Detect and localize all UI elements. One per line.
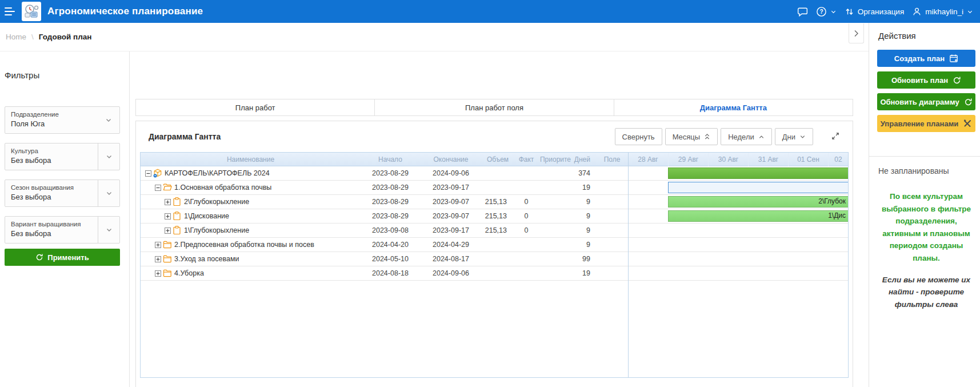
expand-node-icon[interactable] <box>155 270 161 277</box>
expand-node-icon[interactable] <box>155 242 161 248</box>
breadcrumb: Home \ Годовой план <box>0 23 869 51</box>
table-row[interactable]: 1\Глубокорыхление2023-09-082023-09-17215… <box>141 224 848 238</box>
date-header-area: 28 Авг29 Авг30 Авг31 Авг01 Сен02 <box>628 153 848 166</box>
chevron-down-icon <box>98 143 119 170</box>
menu-icon[interactable] <box>5 7 16 15</box>
filter-text: Сезон выращиванияБез выбора <box>5 180 98 206</box>
gantt-bar-cell: 1\Дис <box>628 209 848 223</box>
organization-label: Организация <box>858 7 904 16</box>
filters-title: Фильтры <box>5 70 129 80</box>
chevron-down-icon <box>98 217 119 243</box>
grid-header-row: НаименованиеНачалоОкончаниеОбъемФактПрио… <box>141 153 848 166</box>
filters-sidebar: Фильтры ПодразделениеПоля ЮгаКультураБез… <box>0 51 130 387</box>
grid-date-separator <box>628 153 629 377</box>
tab-work-plan[interactable]: План работ <box>136 99 374 115</box>
fact-cell: 0 <box>514 198 539 206</box>
task-name-cell: 1\Дискование <box>141 212 361 221</box>
collapse-all-label: Свернуть <box>622 133 655 141</box>
fact-cell: 0 <box>514 226 539 234</box>
filter-text: КультураБез выбора <box>5 143 98 170</box>
user-menu[interactable]: mikhaylin_i <box>912 7 973 17</box>
folder-open-icon <box>163 183 172 192</box>
gantt-bar-cell <box>628 238 848 252</box>
table-row[interactable]: 1.Основная обработка почвы2023-08-292023… <box>141 181 848 195</box>
filter-season[interactable]: Сезон выращиванияБез выбора <box>5 179 120 207</box>
volume-cell: 215,13 <box>482 212 514 220</box>
user-icon <box>912 7 922 17</box>
expand-node-icon[interactable] <box>165 199 171 205</box>
end-date-cell: 2023-09-17 <box>420 183 482 191</box>
help-menu[interactable]: ? <box>816 6 837 17</box>
table-row[interactable]: 1\Дискование2023-08-292023-09-07215,1309… <box>141 209 848 224</box>
tab-gantt-chart[interactable]: Диаграмма Гантта <box>614 99 853 115</box>
action-button-label: Обновить план <box>891 76 948 85</box>
top-bar: Агрономическое планирование ? Организаци… <box>0 0 980 23</box>
calendar-plus-icon <box>949 54 958 63</box>
column-header: Окончание <box>420 155 482 163</box>
create-plan-button[interactable]: Создать план <box>877 50 975 67</box>
gantt-bar[interactable] <box>668 182 849 193</box>
chevron-down-icon <box>799 134 806 139</box>
date-column-header: 02 <box>828 153 848 166</box>
start-date-cell: 2023-09-08 <box>361 226 420 234</box>
task-name-label: 1\Глубокорыхление <box>184 226 249 234</box>
tab-field-work-plan[interactable]: План работ поля <box>374 99 613 115</box>
fullscreen-button[interactable] <box>830 130 841 143</box>
manage-plans-button[interactable]: Управление планами <box>877 115 975 132</box>
zoom-weeks-button[interactable]: Недели <box>721 128 772 145</box>
end-date-cell: 2023-09-07 <box>420 198 482 206</box>
gantt-bar[interactable]: 1\Дис <box>668 210 849 222</box>
expand-node-icon[interactable] <box>165 213 171 220</box>
collapse-all-button[interactable]: Свернуть <box>615 128 662 145</box>
table-row[interactable]: 4.Уборка2024-08-182024-09-0619 <box>141 266 848 281</box>
table-row[interactable]: 2.Предпосевная обработка почвы и посев20… <box>141 238 848 252</box>
zoom-months-button[interactable]: Месяцы <box>665 128 718 145</box>
collapse-panel-button[interactable] <box>849 23 864 43</box>
filter-division[interactable]: ПодразделениеПоля Юга <box>5 106 120 134</box>
main-area: Home \ Годовой план Фильтры Подразделени… <box>0 23 869 387</box>
collapse-node-icon[interactable] <box>155 185 161 191</box>
task-name-cell: 3.Уход за посевами <box>141 254 361 264</box>
filter-culture[interactable]: КультураБез выбора <box>5 143 120 170</box>
help-icon: ? <box>816 6 827 17</box>
gantt-bar[interactable]: 2\Глубок <box>668 196 849 208</box>
collapse-node-icon[interactable] <box>145 170 151 177</box>
refresh-plan-button[interactable]: Обновить план <box>877 71 975 89</box>
days-cell: 374 <box>572 169 596 177</box>
chevron-down-icon <box>830 9 837 15</box>
filter-text: ПодразделениеПоля Юга <box>5 107 98 133</box>
gantt-bar[interactable] <box>668 167 849 179</box>
zoom-days-button[interactable]: Дни <box>775 128 813 145</box>
refresh-diagram-button[interactable]: Обновить диаграмму <box>877 93 975 110</box>
organization-switcher[interactable]: Организация <box>845 7 904 17</box>
filter-value: Без выбора <box>11 229 98 238</box>
table-row[interactable]: 2\Глубокорыхление2023-08-292023-09-07215… <box>141 195 848 209</box>
logo-image <box>23 3 39 19</box>
table-row[interactable]: КАРТОФЕЛЬ\КАРТОФЕЛЬ 20242023-08-292024-0… <box>141 166 848 181</box>
expand-node-icon[interactable] <box>165 228 171 234</box>
table-row[interactable]: 3.Уход за посевами2024-05-102024-08-1799 <box>141 252 848 266</box>
folder-icon <box>163 269 172 278</box>
end-date-cell: 2023-09-07 <box>420 212 482 220</box>
svg-text:?: ? <box>819 9 823 15</box>
actions-panel: Действия Создать планОбновить планОбнови… <box>869 23 980 387</box>
days-cell: 99 <box>572 255 596 263</box>
apply-filters-button[interactable]: Применить <box>5 249 120 266</box>
gantt-bar-cell: 2\Глубок <box>628 195 848 209</box>
days-cell: 9 <box>572 241 596 249</box>
tools-icon <box>963 119 972 128</box>
expand-node-icon[interactable] <box>155 256 161 262</box>
task-icon <box>173 212 182 221</box>
unplanned-title: Не запланированы <box>878 166 975 175</box>
days-cell: 9 <box>572 226 596 234</box>
start-date-cell: 2023-08-29 <box>361 212 420 220</box>
start-date-cell: 2024-08-18 <box>361 269 420 277</box>
gantt-toolbar: Свернуть Месяцы Недели Дни <box>615 128 847 145</box>
refresh-icon <box>964 98 973 106</box>
apply-filters-label: Применить <box>47 253 89 262</box>
fact-cell: 0 <box>514 212 539 220</box>
filter-variant[interactable]: Вариант выращиванияБез выбора <box>5 216 120 244</box>
breadcrumb-home[interactable]: Home <box>6 33 26 41</box>
chat-icon[interactable] <box>797 6 808 17</box>
column-header: Начало <box>361 155 420 163</box>
